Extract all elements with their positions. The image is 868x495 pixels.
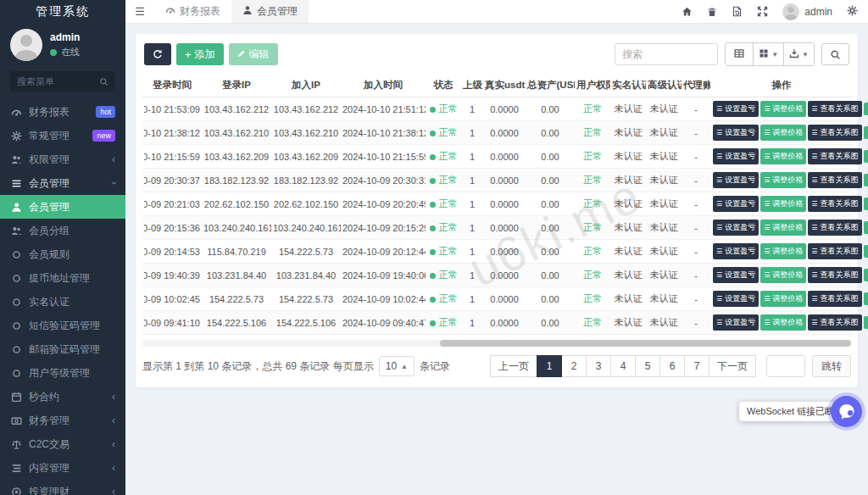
relation-graph-button[interactable]: ☰查看关系图 <box>808 314 861 331</box>
jump-page-input[interactable] <box>766 355 805 377</box>
home-icon[interactable] <box>682 6 693 17</box>
relation-graph-button[interactable]: ☰查看关系图 <box>808 220 861 236</box>
adjust-price-button[interactable]: ☰调整价格 <box>760 148 806 164</box>
settings-gears-icon[interactable] <box>847 4 858 19</box>
sidebar-item-user-level-manage[interactable]: 用户等级管理 <box>0 361 125 385</box>
relation-graph-button[interactable]: ☰查看关系图 <box>808 243 861 259</box>
adjust-price-button[interactable]: ☰调整价格 <box>760 314 806 331</box>
menu-search-input[interactable] <box>17 76 99 86</box>
sidebar-item-finance-manage[interactable]: 财务管理‹ <box>0 409 125 432</box>
edit-row-button[interactable] <box>864 221 868 234</box>
adjust-price-button[interactable]: ☰调整价格 <box>760 243 806 259</box>
sidebar-item-member-manage[interactable]: 会员管理 <box>0 195 125 219</box>
relation-graph-button[interactable]: ☰查看关系图 <box>808 101 861 117</box>
relation-graph-button[interactable]: ☰查看关系图 <box>808 172 861 188</box>
table-search-input[interactable] <box>615 43 718 65</box>
set-profit-loss-button[interactable]: ☰设置盈亏 <box>713 196 759 212</box>
horizontal-scrollbar[interactable] <box>142 340 851 347</box>
page-button-4[interactable]: 4 <box>610 355 636 377</box>
sidebar-item-realname-auth[interactable]: 实名认证 <box>0 290 125 314</box>
sidebar-item-permission-manage[interactable]: 权限管理‹ <box>0 147 125 171</box>
edit-row-button[interactable] <box>864 269 868 281</box>
sidebar-toggle-icon[interactable]: ☰ <box>125 0 154 23</box>
edit-row-button[interactable] <box>864 174 868 186</box>
adjust-price-button[interactable]: ☰调整价格 <box>760 196 806 212</box>
edit-row-button[interactable] <box>864 103 868 115</box>
sidebar-item-sms-code-manage[interactable]: 短信验证码管理 <box>0 314 125 337</box>
prev-page-button[interactable]: 上一页 <box>490 355 537 377</box>
sidebar-item-withdraw-address[interactable]: 提币地址管理 <box>0 266 125 290</box>
adjust-price-button[interactable]: ☰调整价格 <box>760 172 806 188</box>
adjust-price-button[interactable]: ☰调整价格 <box>760 220 806 236</box>
user-permission: 正常 <box>575 192 610 216</box>
trash-icon[interactable] <box>707 7 717 17</box>
sidebar-item-member-manage-group[interactable]: 会员管理‹ <box>0 171 125 195</box>
columns-button[interactable]: ▼ <box>754 43 784 65</box>
toggle-pagination-button[interactable] <box>726 43 754 65</box>
sidebar-item-content-manage[interactable]: 内容管理‹ <box>0 456 125 480</box>
page-button-5[interactable]: 5 <box>635 355 660 377</box>
set-profit-loss-button[interactable]: ☰设置盈亏 <box>713 125 759 141</box>
circle-icon <box>10 368 22 379</box>
clear-cache-icon[interactable] <box>732 6 743 17</box>
refresh-button[interactable] <box>144 43 171 65</box>
sidebar-item-general-manage[interactable]: 常规管理new <box>0 124 125 147</box>
set-profit-loss-button[interactable]: ☰设置盈亏 <box>713 172 759 188</box>
scrollbar-thumb[interactable] <box>440 340 851 347</box>
column-header: 实名认证 <box>610 75 646 97</box>
page-button-2[interactable]: 2 <box>561 355 587 377</box>
page-button-6[interactable]: 6 <box>659 355 685 377</box>
edit-row-button[interactable] <box>864 292 868 305</box>
add-button[interactable]: +添加 <box>176 43 224 65</box>
page-size-select[interactable]: 10▲ <box>379 356 415 376</box>
sidebar-item-investment[interactable]: 投资理财‹ <box>0 480 125 495</box>
next-page-button[interactable]: 下一页 <box>709 355 756 377</box>
edit-row-button[interactable] <box>864 150 868 163</box>
sidebar-item-member-group[interactable]: 会员分组 <box>0 219 125 242</box>
set-profit-loss-button[interactable]: ☰设置盈亏 <box>713 243 759 259</box>
sidebar-item-member-rule[interactable]: 会员规则 <box>0 242 125 266</box>
sidebar-item-c2c-trade[interactable]: C2C交易‹ <box>0 432 125 456</box>
sidebar-item-finance-report[interactable]: 财务报表hot <box>0 100 125 124</box>
edit-button[interactable]: 编辑 <box>229 43 278 65</box>
list-icon: ☰ <box>716 272 722 279</box>
chevron-left-icon: ‹ <box>112 487 115 495</box>
set-profit-loss-button[interactable]: ☰设置盈亏 <box>713 314 759 331</box>
set-profit-loss-button[interactable]: ☰设置盈亏 <box>713 291 759 307</box>
tab-member-manage[interactable]: 会员管理 <box>231 0 309 23</box>
advanced-search-button[interactable] <box>821 43 849 65</box>
adjust-price-button[interactable]: ☰调整价格 <box>760 267 806 283</box>
tab-finance-report[interactable]: 财务报表 <box>154 0 231 23</box>
total-assets: 0.00 <box>526 311 575 335</box>
page-button-1[interactable]: 1 <box>537 355 562 377</box>
relation-graph-button[interactable]: ☰查看关系图 <box>808 267 861 283</box>
advanced-auth-status: 未认证 <box>646 145 682 169</box>
relation-graph-button[interactable]: ☰查看关系图 <box>808 196 861 212</box>
export-button[interactable]: ▼ <box>784 43 814 65</box>
page-button-3[interactable]: 3 <box>586 355 611 377</box>
edit-row-button[interactable] <box>864 197 868 210</box>
edit-row-button[interactable] <box>864 126 868 139</box>
fullscreen-icon[interactable] <box>757 6 768 17</box>
relation-graph-button[interactable]: ☰查看关系图 <box>808 148 861 164</box>
set-profit-loss-button[interactable]: ☰设置盈亏 <box>713 220 759 236</box>
sidebar-item-second-contract[interactable]: 秒合约‹ <box>0 385 125 409</box>
advanced-auth-status: 未认证 <box>646 264 682 287</box>
table-row: 2024-10-10 21:53:09103.43.162.212103.43.… <box>142 97 853 121</box>
sidebar-item-email-code-manage[interactable]: 邮箱验证码管理 <box>0 337 125 361</box>
navbar-user-menu[interactable]: admin <box>782 3 832 20</box>
adjust-price-button[interactable]: ☰调整价格 <box>760 291 806 307</box>
set-profit-loss-button[interactable]: ☰设置盈亏 <box>713 267 759 283</box>
chat-button[interactable] <box>831 396 862 427</box>
edit-row-button[interactable] <box>864 316 868 329</box>
edit-row-button[interactable] <box>864 245 868 258</box>
page-button-7[interactable]: 7 <box>684 355 709 377</box>
relation-graph-button[interactable]: ☰查看关系图 <box>808 125 861 141</box>
adjust-price-button[interactable]: ☰调整价格 <box>760 101 806 117</box>
relation-graph-button[interactable]: ☰查看关系图 <box>808 291 861 307</box>
jump-button[interactable]: 跳转 <box>812 355 851 377</box>
login-ip: 154.222.5.73 <box>202 287 271 311</box>
set-profit-loss-button[interactable]: ☰设置盈亏 <box>713 148 759 164</box>
adjust-price-button[interactable]: ☰调整价格 <box>760 125 806 141</box>
set-profit-loss-button[interactable]: ☰设置盈亏 <box>713 101 759 117</box>
